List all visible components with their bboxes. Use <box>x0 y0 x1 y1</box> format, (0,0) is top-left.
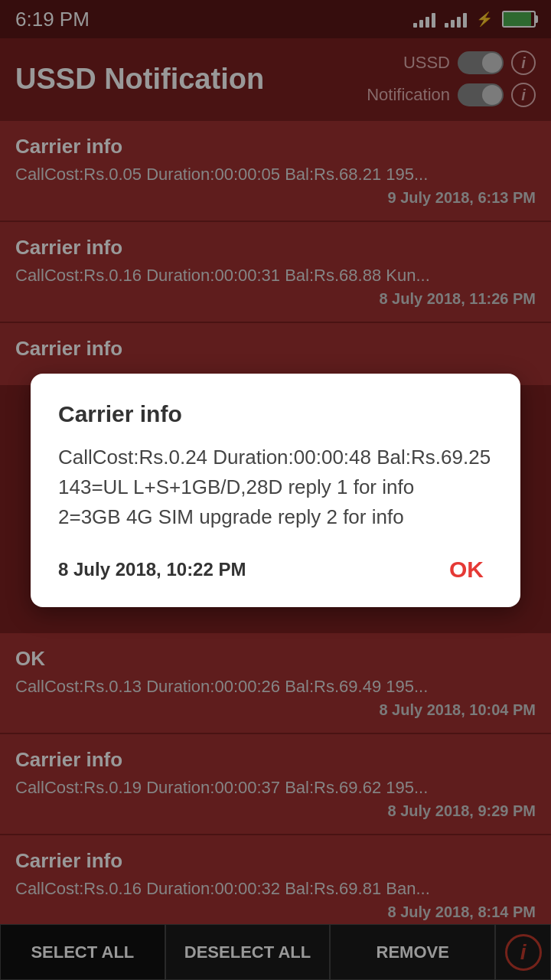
modal-overlay: Carrier info CallCost:Rs.0.24 Duration:0… <box>0 0 551 980</box>
detail-modal: Carrier info CallCost:Rs.0.24 Duration:0… <box>31 374 520 607</box>
modal-footer: 8 July 2018, 10:22 PM OK <box>58 554 493 586</box>
modal-title: Carrier info <box>58 401 493 427</box>
modal-date: 8 July 2018, 10:22 PM <box>58 559 246 580</box>
modal-ok-button[interactable]: OK <box>440 554 493 586</box>
modal-body: CallCost:Rs.0.24 Duration:00:00:48 Bal:R… <box>58 443 493 532</box>
